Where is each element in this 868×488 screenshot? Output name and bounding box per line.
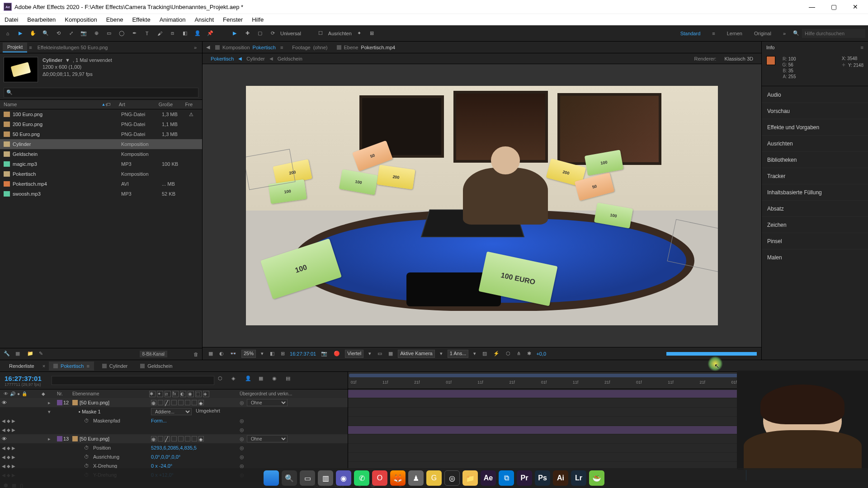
new-adjustment-icon[interactable]: ✎ [39,351,47,358]
side-panel-zeichen[interactable]: Zeichen [762,216,868,233]
viewer-timecode[interactable]: 16:27:37:01 [290,351,316,357]
project-search-input[interactable] [4,88,198,98]
taskbar-app[interactable]: 📁 [462,470,478,486]
timeline-row[interactable]: 👁▸12[50 Euro.png]⊕╱◈◎Ohne [0,398,348,407]
interpret-footage-icon[interactable]: 🔧 [4,351,12,358]
breadcrumb-geldschein[interactable]: Geldschein [278,56,302,61]
tab-pokertisch[interactable]: Pokertisch≡ [49,361,94,371]
views-selector[interactable]: 1 Ans... [448,350,469,358]
mask-toggle-icon[interactable]: ◐ [218,351,225,357]
zoom-tool-icon[interactable]: 🔍 [41,28,51,38]
tab-geldschein[interactable]: Geldschein [136,361,177,371]
breadcrumb-cylinder[interactable]: Cylinder [246,56,264,61]
workspace-menu-icon[interactable]: ≡ [712,31,715,36]
camera-selector[interactable]: Aktive Kamera [398,350,435,358]
panel-overflow-icon[interactable]: » [191,45,199,50]
menu-fenster[interactable]: Fenster [221,15,245,24]
taskbar-app[interactable]: ✆ [354,470,369,486]
col-size[interactable]: Große [159,102,185,107]
hide-shy-icon[interactable]: 👤 [245,375,255,385]
reset-exposure-icon[interactable]: ✱ [526,351,533,357]
project-tab[interactable]: Projekt [3,42,27,52]
flowchart-icon[interactable]: ⋔ [515,351,522,357]
workspace-lernen[interactable]: Lernen [727,31,742,36]
text-tool-icon[interactable]: T [142,28,152,38]
project-item[interactable]: CylinderKomposition [0,139,202,149]
taskbar-app[interactable]: 🔍 [282,470,297,486]
composition-viewer[interactable]: Aktive Kamera 50 200 100 100 200 200 50 [246,86,718,325]
timeline-row[interactable]: ▾▪ Maske 1Addiere...Umgekehrt [0,407,348,416]
draft3d-icon[interactable]: ◈ [231,375,241,385]
views-dropdown-icon[interactable]: ▾ [472,351,477,357]
motion-blur-icon[interactable]: ◉ [272,375,282,385]
rect-tool-icon[interactable]: ▭ [104,28,114,38]
project-item[interactable]: magic.mp3MP3100 KB [0,159,202,169]
color-toggle-icon[interactable]: ◧ [269,351,276,357]
snapshot-icon[interactable]: 📷 [320,351,329,357]
toggle-pixel-icon[interactable]: ▨ [481,351,488,357]
timeline-sync-icon[interactable]: ⬡ [505,351,512,357]
menu-datei[interactable]: Datei [3,15,20,24]
view-axis-icon[interactable]: ▢ [255,28,265,38]
new-comp-icon[interactable]: ▦ [15,351,24,358]
taskbar-app[interactable]: Ps [535,470,550,486]
trash-icon[interactable]: 🗑 [193,352,198,357]
timeline-row[interactable]: ◀ ◆ ▶⏱MaskenpfadForm...◎ [0,416,348,425]
cam-dropdown-icon[interactable]: ▾ [439,351,444,357]
breadcrumb-pokertisch[interactable]: Pokertisch [211,56,234,61]
home-icon[interactable]: ⌂ [3,28,13,38]
renderer-selector[interactable]: Klassisch 3D [724,56,753,61]
taskbar-app[interactable]: Ae [481,470,496,486]
timeline-timecode[interactable]: 16:27:37:01 [5,375,42,382]
comp-mini-flowchart-icon[interactable]: ⬡ [218,375,228,385]
col-tag-icon[interactable]: 🏷 [105,102,110,107]
taskbar-app[interactable]: ◎ [444,470,460,486]
pan-behind-tool-icon[interactable]: ⊕ [91,28,101,38]
tab-cylinder[interactable]: Cylinder [98,361,132,371]
side-panel-inhaltsbasierte-füllung[interactable]: Inhaltsbasierte Füllung [762,184,868,200]
ellipse-tool-icon[interactable]: ◯ [117,28,127,38]
snap-icon[interactable]: ☐ [316,28,326,38]
project-tab-menu-icon[interactable]: ≡ [29,45,32,50]
side-panel-audio[interactable]: Audio [762,86,868,103]
pen-tool-icon[interactable]: ✒ [129,28,139,38]
taskbar-app[interactable]: ▭ [300,470,315,486]
exposure-value[interactable]: +0,0 [536,351,546,357]
maximize-button[interactable]: ▢ [825,0,843,14]
taskbar-app[interactable] [264,470,279,486]
3d-toggle-icon[interactable]: 👓 [229,351,238,357]
resolution-selector[interactable]: Viertel [345,350,363,358]
taskbar-app[interactable]: ▥ [318,470,333,486]
comp-tab-ebene[interactable]: Ebene Pokertisch.mp4 [333,43,399,52]
menu-komposition[interactable]: Komposition [63,15,99,24]
taskbar-app[interactable]: ⧉ [499,470,514,486]
taskbar-app[interactable]: Pr [517,470,532,486]
project-item[interactable]: 50 Euro.pngPNG-Datei1,3 MB [0,129,202,139]
project-item[interactable]: Pokertisch.mp4AVI... MB [0,179,202,189]
timeline-search-input[interactable] [52,376,214,385]
roi-icon[interactable]: ▭ [376,351,383,357]
menu-animation[interactable]: Animation [158,15,188,24]
taskbar-app[interactable]: Lr [571,470,586,486]
world-axis-icon[interactable]: ✚ [242,28,252,38]
rotate-tool-icon[interactable]: ⤢ [66,28,76,38]
workspace-original[interactable]: Original [754,31,771,36]
project-item[interactable]: GeldscheinKomposition [0,149,202,159]
side-panel-ausrichten[interactable]: Ausrichten [762,135,868,151]
side-panel-vorschau[interactable]: Vorschau [762,103,868,119]
side-panel-malen[interactable]: Malen [762,249,868,265]
project-item-list[interactable]: 100 Euro.pngPNG-Datei1,3 MB⚠200 Euro.png… [0,109,202,348]
tab-close-icon[interactable]: × [42,363,45,369]
effect-settings-tab[interactable]: Effekteinstellungen 50 Euro.png [38,45,108,50]
camera-tool-icon[interactable]: 📷 [79,28,89,38]
local-axis-icon[interactable]: ▶ [230,28,240,38]
universal-toggle-icon[interactable]: ⟳ [268,28,278,38]
side-panel-pinsel[interactable]: Pinsel [762,233,868,249]
taskbar-app[interactable]: O [372,470,387,486]
close-button[interactable]: ✕ [846,0,864,14]
menu-ansicht[interactable]: Ansicht [193,15,216,24]
taskbar-app[interactable]: ♟ [408,470,424,486]
side-panel-tracker[interactable]: Tracker [762,168,868,184]
col-art[interactable]: Art [119,102,159,107]
col-name[interactable]: Name [4,102,17,107]
